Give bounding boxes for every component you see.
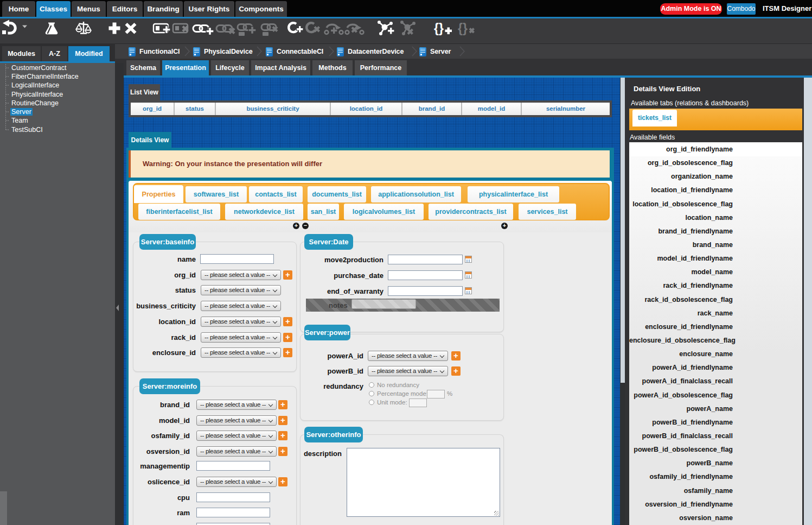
svg-text:{}: {} — [458, 21, 468, 35]
svg-text:{}: {} — [434, 21, 444, 35]
